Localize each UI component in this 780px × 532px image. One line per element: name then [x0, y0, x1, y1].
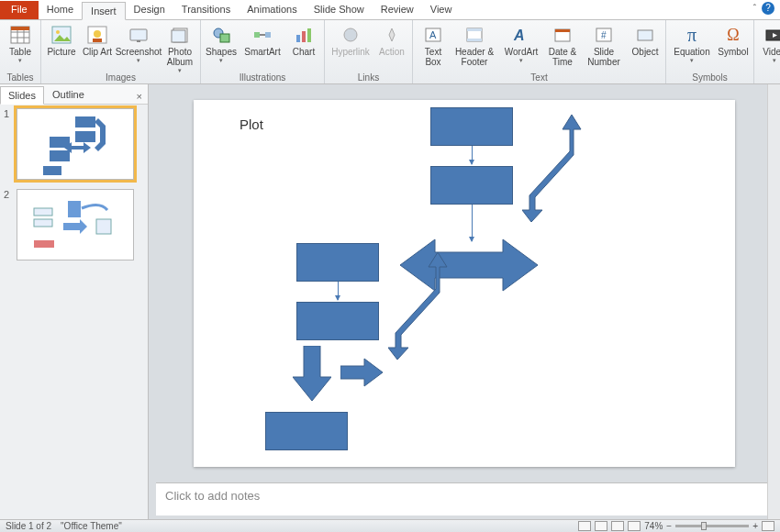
svg-rect-17: [254, 32, 260, 38]
zoom-in-button[interactable]: +: [752, 521, 758, 531]
shape-right-arrow[interactable]: [340, 357, 383, 388]
svg-rect-45: [34, 208, 52, 216]
clipart-button[interactable]: Clip Art: [81, 22, 114, 57]
ribbon: Table▾ Tables Picture Clip Art Screensho…: [0, 20, 780, 84]
group-media: Video▾ Audio▾ Media: [754, 20, 780, 83]
svg-marker-51: [522, 115, 581, 222]
slide-canvas[interactable]: Plot: [194, 100, 735, 467]
slide-viewport[interactable]: Plot: [149, 84, 780, 482]
tab-home[interactable]: Home: [39, 1, 82, 19]
object-icon: [634, 24, 656, 46]
svg-rect-20: [302, 31, 306, 42]
panel-tab-slides[interactable]: Slides: [0, 86, 44, 105]
symbol-button[interactable]: ΩSymbol: [717, 22, 750, 57]
textbox-button[interactable]: AText Box: [417, 22, 450, 67]
svg-rect-19: [296, 35, 300, 42]
svg-rect-47: [68, 201, 81, 217]
svg-point-22: [344, 28, 357, 41]
shape-elbow-arrow[interactable]: [522, 107, 596, 227]
picture-button[interactable]: Picture: [45, 22, 78, 57]
table-icon: [9, 24, 31, 46]
action-button[interactable]: Action: [375, 22, 408, 57]
group-label-illustrations: Illustrations: [205, 72, 320, 83]
video-button[interactable]: Video▾: [758, 22, 780, 64]
view-reading-button[interactable]: [611, 521, 624, 531]
panel-tab-outline[interactable]: Outline: [44, 85, 93, 104]
file-tab[interactable]: File: [0, 1, 39, 19]
tab-animations[interactable]: Animations: [239, 1, 305, 19]
minimize-ribbon-icon[interactable]: ˆ: [753, 4, 756, 14]
wordart-button[interactable]: AWordArt▾: [499, 22, 543, 64]
tab-transitions[interactable]: Transitions: [173, 1, 239, 19]
tab-review[interactable]: Review: [373, 1, 422, 19]
view-sorter-button[interactable]: [595, 521, 607, 531]
zoom-out-button[interactable]: −: [666, 521, 672, 531]
screenshot-button[interactable]: Screenshot▾: [117, 22, 161, 64]
zoom-slider[interactable]: [675, 525, 749, 527]
shape-rectangle[interactable]: [430, 107, 513, 146]
shape-rectangle[interactable]: [430, 166, 513, 205]
photo-album-button[interactable]: Photo Album▾: [163, 22, 196, 74]
help-icon[interactable]: ?: [762, 2, 774, 15]
thumbnail-list: 1 2: [0, 105, 148, 519]
svg-rect-41: [50, 150, 70, 161]
group-label-tables: Tables: [4, 72, 37, 83]
chart-button[interactable]: Chart: [287, 22, 320, 57]
slide-thumbnail-1[interactable]: [17, 108, 134, 180]
svg-marker-54: [340, 359, 383, 386]
video-icon: [763, 24, 780, 46]
shape-rectangle[interactable]: [296, 302, 379, 340]
thumb-number: 2: [4, 189, 13, 260]
svg-marker-55: [293, 346, 331, 401]
headerfooter-button[interactable]: Header & Footer: [452, 22, 496, 67]
group-label-text: Text: [417, 72, 662, 83]
photo-album-icon: [169, 24, 191, 46]
slidenum-button[interactable]: #Slide Number: [582, 22, 626, 67]
panel-close-icon[interactable]: ×: [131, 89, 148, 104]
tab-slideshow[interactable]: Slide Show: [306, 1, 373, 19]
notes-pane[interactable]: Click to add notes: [156, 482, 773, 515]
datetime-icon: [552, 24, 574, 46]
svg-rect-5: [11, 27, 29, 30]
vertical-scrollbar[interactable]: [767, 84, 780, 519]
slide-title-text[interactable]: Plot: [240, 116, 263, 132]
shape-elbow-arrow[interactable]: [388, 245, 462, 364]
view-slideshow-button[interactable]: [628, 521, 641, 531]
group-tables: Table▾ Tables: [0, 20, 41, 83]
shape-connector-arrow[interactable]: [338, 282, 339, 300]
shape-connector-arrow[interactable]: [472, 146, 473, 164]
svg-point-7: [56, 30, 60, 34]
shapes-icon: [210, 24, 232, 46]
svg-point-9: [94, 30, 101, 38]
svg-rect-39: [75, 131, 95, 142]
svg-rect-28: [467, 39, 482, 41]
picture-icon: [50, 24, 72, 46]
svg-rect-50: [34, 240, 54, 248]
svg-marker-48: [63, 219, 87, 234]
table-button[interactable]: Table▾: [4, 22, 37, 64]
svg-rect-21: [307, 28, 311, 42]
tab-insert[interactable]: Insert: [82, 2, 126, 20]
equation-button[interactable]: πEquation▾: [670, 22, 714, 64]
datetime-button[interactable]: Date & Time: [546, 22, 579, 67]
shape-rectangle[interactable]: [296, 243, 379, 282]
group-illustrations: Shapes▾ SmartArt Chart Illustrations: [201, 20, 325, 83]
shape-rectangle[interactable]: [265, 412, 348, 450]
fit-to-window-button[interactable]: [762, 521, 774, 531]
shapes-button[interactable]: Shapes▾: [205, 22, 238, 64]
smartart-button[interactable]: SmartArt: [240, 22, 284, 57]
view-normal-button[interactable]: [578, 521, 591, 531]
shape-down-arrow[interactable]: [293, 346, 331, 401]
svg-rect-38: [75, 116, 95, 127]
group-label-symbols: Symbols: [670, 72, 750, 83]
svg-rect-11: [130, 29, 147, 40]
tab-view[interactable]: View: [422, 1, 461, 19]
clipart-icon: [86, 24, 108, 46]
object-button[interactable]: Object: [629, 22, 662, 57]
hyperlink-icon: [340, 24, 362, 46]
slide-thumbnail-2[interactable]: [17, 189, 134, 260]
svg-marker-23: [389, 28, 395, 41]
svg-text:#: #: [601, 30, 607, 40]
tab-design[interactable]: Design: [126, 1, 173, 19]
hyperlink-button[interactable]: Hyperlink: [329, 22, 373, 57]
